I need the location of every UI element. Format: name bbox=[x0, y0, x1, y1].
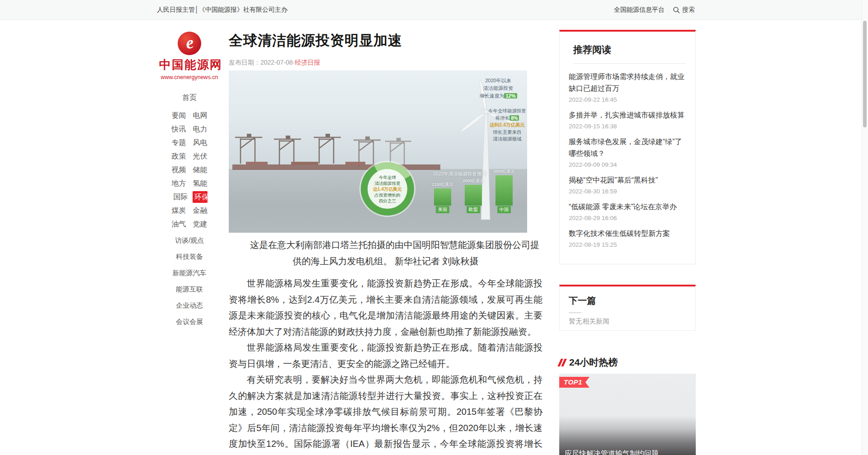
nav-row: 煤炭金融 bbox=[159, 207, 220, 214]
nav-row: 专题风电 bbox=[159, 139, 220, 146]
bar-category: 美国 bbox=[436, 206, 449, 213]
nav-item[interactable]: 视频 bbox=[171, 166, 186, 174]
nav-item[interactable]: 氢能 bbox=[193, 180, 208, 187]
port-cranes-illustration bbox=[232, 128, 440, 172]
donut-chart-label: 今年全球 清洁能源投资 达1.4万亿美元 占投资增长的 四分之三 bbox=[368, 169, 407, 209]
divider bbox=[569, 312, 581, 313]
left-rail: e 中国能源网 www.cnenergynews.cn 首页 要闻电网 快讯电力… bbox=[159, 32, 220, 334]
recommended-item-date: 2022-08-29 16:06 bbox=[569, 215, 686, 221]
nav-item[interactable]: 金融 bbox=[193, 207, 208, 214]
recommended-item-title[interactable]: 数字化技术催生低碳转型新方案 bbox=[569, 228, 686, 239]
nav-item[interactable]: 煤炭 bbox=[171, 207, 186, 214]
recommended-item-title[interactable]: 服务城市绿色发展，金茂绿建“绿”了哪些领域？ bbox=[569, 136, 686, 159]
nav-item[interactable]: 国际 bbox=[173, 193, 188, 201]
scrollbar-track[interactable] bbox=[862, 0, 868, 455]
nav-item[interactable]: 电力 bbox=[193, 126, 208, 133]
nav-item[interactable]: 电网 bbox=[193, 112, 208, 119]
top-bar: 人民日报主管│《中国能源报》社有限公司主办 全国能源信息平台 搜索 bbox=[0, 0, 862, 20]
nav-item[interactable]: 风电 bbox=[193, 139, 208, 146]
scrollbar-thumb[interactable] bbox=[863, 21, 867, 127]
article-paragraph: 世界能源格局发生重要变化，能源投资新趋势正在形成。今年全球能源投资将增长8%，达… bbox=[229, 276, 542, 340]
article: 全球清洁能源投资明显加速 发布日期：2022-07-08·经济日报 bbox=[229, 20, 542, 455]
nav-item-home[interactable]: 首页 bbox=[159, 93, 220, 103]
bar bbox=[434, 188, 451, 206]
search-icon bbox=[673, 6, 680, 14]
bar-category: 欧盟 bbox=[467, 206, 480, 213]
recommended-item[interactable]: 多措并举，扎实推进城市碳排放核算 2022-09-15 16:38 bbox=[569, 109, 686, 130]
nav-item[interactable]: 会议会展 bbox=[159, 318, 220, 326]
bar-value: 2600亿美元 bbox=[462, 178, 484, 184]
nav-item[interactable]: 能源互联 bbox=[159, 285, 220, 294]
recommended-item[interactable]: 数字化技术催生低碳转型新方案 2022-08-19 15:25 bbox=[569, 228, 686, 248]
recommended-item-date: 2022-08-19 15:25 bbox=[569, 241, 686, 248]
bar-group: 3800亿美元 中国 bbox=[494, 169, 514, 213]
figure-annotation-growth-12pct: 2020年以来 清洁能源投资 增长速度为12% bbox=[476, 77, 520, 100]
hot-list-title: 24小时热榜 bbox=[569, 356, 618, 369]
recommended-item-date: 2022-09-22 16:45 bbox=[569, 96, 686, 103]
article-paragraph: 世界能源格局发生重要变化，能源投资新趋势正在形成。随着清洁能源投资与日俱增，一条… bbox=[229, 340, 542, 372]
bar-group: 2600亿美元 欧盟 bbox=[463, 178, 484, 213]
bar bbox=[465, 185, 482, 206]
top1-badge: TOP1 bbox=[559, 377, 590, 388]
topbar-right: 全国能源信息平台 搜索 bbox=[614, 6, 695, 14]
recommended-reading-title: 推荐阅读 bbox=[569, 43, 686, 56]
page: 人民日报主管│《中国能源报》社有限公司主办 全国能源信息平台 搜索 e 中国能源… bbox=[0, 0, 868, 455]
nav-row: 国际环保 bbox=[159, 193, 220, 201]
article-title: 全球清洁能源投资明显加速 bbox=[229, 31, 542, 51]
bar-group: 2150亿美元 美国 bbox=[432, 182, 453, 213]
site-name: 中国能源网 bbox=[159, 57, 220, 73]
publish-date: 发布日期：2022-07-08· bbox=[229, 59, 295, 66]
recommended-item[interactable]: 揭秘“空中花园”幕后“黑科技” 2022-08-30 16:59 bbox=[569, 174, 686, 195]
hot-list-header: 24小时热榜 bbox=[559, 356, 618, 369]
recommended-item-title[interactable]: 多措并举，扎实推进城市碳排放核算 bbox=[569, 109, 686, 121]
recommended-reading-panel: 推荐阅读 能源管理师市场需求持续走俏，就业缺口已超过百万 2022-09-22 … bbox=[559, 30, 696, 264]
bar-chart: 2150亿美元 美国 2600亿美元 欧盟 3800亿美元 中国 bbox=[432, 179, 523, 213]
nav-item[interactable]: 企业动态 bbox=[159, 301, 220, 310]
recommended-item-title[interactable]: 揭秘“空中花园”幕后“黑科技” bbox=[569, 174, 686, 186]
bar-category: 中国 bbox=[497, 206, 511, 213]
nav-item[interactable]: 政策 bbox=[171, 153, 186, 160]
top1-title[interactable]: 应尽快解决管道输气制约问题 bbox=[565, 449, 690, 455]
bar bbox=[495, 175, 513, 206]
nav-row: 要闻电网 bbox=[159, 112, 220, 119]
nav-item[interactable]: 光伏 bbox=[193, 153, 208, 160]
nav-row: 视频储能 bbox=[159, 166, 220, 174]
nav-item[interactable]: 快讯 bbox=[171, 126, 186, 133]
nav-item[interactable]: 要闻 bbox=[171, 112, 186, 119]
recommended-item[interactable]: “低碳能源 零废未来”论坛在京举办 2022-08-29 16:06 bbox=[569, 201, 686, 221]
next-article-empty-text: 暂无相关新闻 bbox=[569, 317, 686, 326]
source-link[interactable]: 经济日报 bbox=[295, 59, 320, 66]
hot-top1-card[interactable]: TOP1 应尽快解决管道输气制约问题 bbox=[559, 374, 696, 455]
nav-item[interactable]: 地方 bbox=[171, 180, 186, 187]
recommended-item-date: 2022-09-09 09:34 bbox=[569, 161, 686, 168]
nav-item[interactable]: 访谈/观点 bbox=[159, 236, 220, 245]
nav-item[interactable]: 新能源汽车 bbox=[159, 269, 220, 277]
nav-row: 快讯电力 bbox=[159, 126, 220, 133]
recommended-item-date: 2022-09-15 16:38 bbox=[569, 123, 686, 130]
search-label: 搜索 bbox=[682, 6, 695, 14]
nav-row: 地方氢能 bbox=[159, 180, 220, 187]
recommended-item-title[interactable]: “低碳能源 零废未来”论坛在京举办 bbox=[569, 201, 686, 213]
site-url: www.cnenergynews.cn bbox=[159, 74, 220, 80]
recommended-item[interactable]: 能源管理师市场需求持续走俏，就业缺口已超过百万 2022-09-22 16:45 bbox=[569, 71, 686, 103]
nav-item[interactable]: 专题 bbox=[171, 139, 186, 146]
recommended-item-title[interactable]: 能源管理师市场需求持续走俏，就业缺口已超过百万 bbox=[569, 71, 686, 94]
figure-caption: 这是在意大利南部港口塔兰托拍摄的由中国明阳智慧能源集团股份公司提供的海上风力发电… bbox=[229, 237, 542, 269]
nav-item[interactable]: 储能 bbox=[193, 166, 208, 174]
nav-row: 政策光伏 bbox=[159, 153, 220, 160]
bar-value: 3800亿美元 bbox=[493, 169, 514, 174]
site-logo[interactable]: e 中国能源网 www.cnenergynews.cn bbox=[159, 32, 220, 80]
search-button[interactable]: 搜索 bbox=[673, 6, 695, 14]
divider bbox=[573, 63, 686, 64]
recommended-item[interactable]: 服务城市绿色发展，金茂绿建“绿”了哪些领域？ 2022-09-09 09:34 bbox=[569, 136, 686, 168]
platform-link[interactable]: 全国能源信息平台 bbox=[614, 6, 665, 14]
nav-item[interactable]: 党建 bbox=[193, 220, 208, 228]
article-figure: 2020年以来 清洁能源投资 增长速度为12% 今年全球能源投资 将增长8% 达… bbox=[229, 70, 527, 233]
article-meta: 发布日期：2022-07-08·经济日报 bbox=[229, 59, 542, 67]
logo-e-icon: e bbox=[178, 32, 201, 55]
nav-item[interactable]: 科技装备 bbox=[159, 253, 220, 261]
next-article-title: 下一篇 bbox=[569, 295, 686, 307]
nav-item-active-huanbao[interactable]: 环保 bbox=[193, 191, 208, 203]
nav-item[interactable]: 油气 bbox=[171, 220, 186, 228]
side-navigation: 首页 要闻电网 快讯电力 专题风电 政策光伏 视频储能 地方氢能 国际环保 bbox=[159, 93, 220, 326]
